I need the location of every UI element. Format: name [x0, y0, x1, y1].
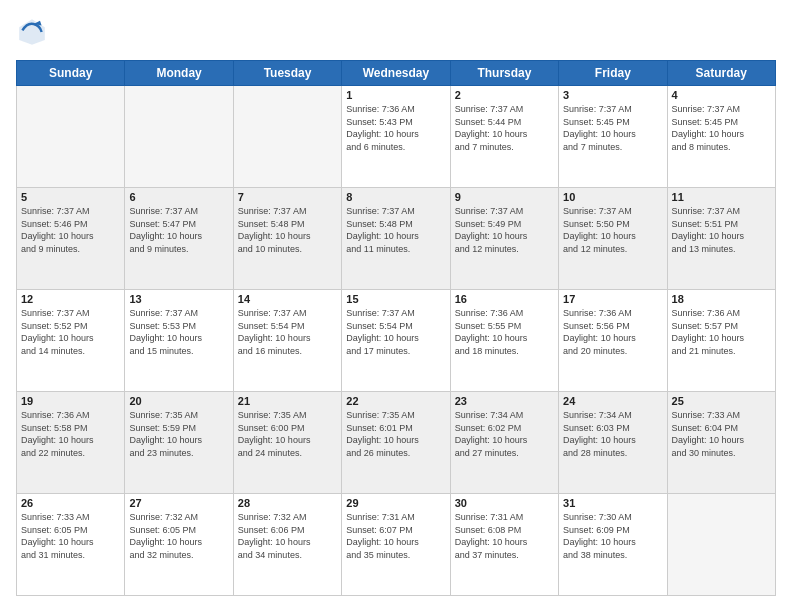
calendar-cell: 20Sunrise: 7:35 AM Sunset: 5:59 PM Dayli…	[125, 392, 233, 494]
day-number: 9	[455, 191, 554, 203]
day-number: 23	[455, 395, 554, 407]
calendar-cell: 28Sunrise: 7:32 AM Sunset: 6:06 PM Dayli…	[233, 494, 341, 596]
day-info: Sunrise: 7:35 AM Sunset: 6:01 PM Dayligh…	[346, 409, 445, 459]
day-info: Sunrise: 7:37 AM Sunset: 5:44 PM Dayligh…	[455, 103, 554, 153]
day-number: 13	[129, 293, 228, 305]
day-number: 8	[346, 191, 445, 203]
day-info: Sunrise: 7:37 AM Sunset: 5:54 PM Dayligh…	[346, 307, 445, 357]
day-number: 28	[238, 497, 337, 509]
day-info: Sunrise: 7:33 AM Sunset: 6:04 PM Dayligh…	[672, 409, 771, 459]
day-info: Sunrise: 7:33 AM Sunset: 6:05 PM Dayligh…	[21, 511, 120, 561]
day-number: 24	[563, 395, 662, 407]
day-info: Sunrise: 7:36 AM Sunset: 5:57 PM Dayligh…	[672, 307, 771, 357]
day-info: Sunrise: 7:34 AM Sunset: 6:03 PM Dayligh…	[563, 409, 662, 459]
day-number: 18	[672, 293, 771, 305]
calendar-cell: 6Sunrise: 7:37 AM Sunset: 5:47 PM Daylig…	[125, 188, 233, 290]
day-number: 15	[346, 293, 445, 305]
day-number: 5	[21, 191, 120, 203]
day-number: 16	[455, 293, 554, 305]
day-number: 1	[346, 89, 445, 101]
calendar-cell	[667, 494, 775, 596]
day-number: 20	[129, 395, 228, 407]
calendar-cell: 2Sunrise: 7:37 AM Sunset: 5:44 PM Daylig…	[450, 86, 558, 188]
calendar-cell: 10Sunrise: 7:37 AM Sunset: 5:50 PM Dayli…	[559, 188, 667, 290]
day-info: Sunrise: 7:37 AM Sunset: 5:54 PM Dayligh…	[238, 307, 337, 357]
day-info: Sunrise: 7:37 AM Sunset: 5:45 PM Dayligh…	[672, 103, 771, 153]
calendar-cell: 25Sunrise: 7:33 AM Sunset: 6:04 PM Dayli…	[667, 392, 775, 494]
calendar-cell: 27Sunrise: 7:32 AM Sunset: 6:05 PM Dayli…	[125, 494, 233, 596]
weekday-header-monday: Monday	[125, 61, 233, 86]
day-number: 22	[346, 395, 445, 407]
day-info: Sunrise: 7:35 AM Sunset: 6:00 PM Dayligh…	[238, 409, 337, 459]
calendar-cell: 5Sunrise: 7:37 AM Sunset: 5:46 PM Daylig…	[17, 188, 125, 290]
calendar-cell: 31Sunrise: 7:30 AM Sunset: 6:09 PM Dayli…	[559, 494, 667, 596]
day-info: Sunrise: 7:36 AM Sunset: 5:55 PM Dayligh…	[455, 307, 554, 357]
weekday-header-wednesday: Wednesday	[342, 61, 450, 86]
day-info: Sunrise: 7:36 AM Sunset: 5:56 PM Dayligh…	[563, 307, 662, 357]
day-info: Sunrise: 7:37 AM Sunset: 5:46 PM Dayligh…	[21, 205, 120, 255]
calendar-cell: 23Sunrise: 7:34 AM Sunset: 6:02 PM Dayli…	[450, 392, 558, 494]
calendar-cell: 12Sunrise: 7:37 AM Sunset: 5:52 PM Dayli…	[17, 290, 125, 392]
calendar-cell: 22Sunrise: 7:35 AM Sunset: 6:01 PM Dayli…	[342, 392, 450, 494]
logo-icon	[16, 16, 48, 48]
calendar-cell: 19Sunrise: 7:36 AM Sunset: 5:58 PM Dayli…	[17, 392, 125, 494]
day-info: Sunrise: 7:35 AM Sunset: 5:59 PM Dayligh…	[129, 409, 228, 459]
day-info: Sunrise: 7:37 AM Sunset: 5:47 PM Dayligh…	[129, 205, 228, 255]
calendar-cell: 3Sunrise: 7:37 AM Sunset: 5:45 PM Daylig…	[559, 86, 667, 188]
calendar-table: SundayMondayTuesdayWednesdayThursdayFrid…	[16, 60, 776, 596]
day-number: 6	[129, 191, 228, 203]
calendar-cell: 21Sunrise: 7:35 AM Sunset: 6:00 PM Dayli…	[233, 392, 341, 494]
day-number: 14	[238, 293, 337, 305]
logo	[16, 16, 52, 48]
calendar-page: SundayMondayTuesdayWednesdayThursdayFrid…	[0, 0, 792, 612]
calendar-cell: 24Sunrise: 7:34 AM Sunset: 6:03 PM Dayli…	[559, 392, 667, 494]
day-number: 4	[672, 89, 771, 101]
calendar-cell: 1Sunrise: 7:36 AM Sunset: 5:43 PM Daylig…	[342, 86, 450, 188]
day-number: 29	[346, 497, 445, 509]
day-info: Sunrise: 7:32 AM Sunset: 6:06 PM Dayligh…	[238, 511, 337, 561]
day-info: Sunrise: 7:32 AM Sunset: 6:05 PM Dayligh…	[129, 511, 228, 561]
day-info: Sunrise: 7:36 AM Sunset: 5:43 PM Dayligh…	[346, 103, 445, 153]
day-number: 2	[455, 89, 554, 101]
calendar-cell: 9Sunrise: 7:37 AM Sunset: 5:49 PM Daylig…	[450, 188, 558, 290]
header	[16, 16, 776, 48]
day-info: Sunrise: 7:37 AM Sunset: 5:49 PM Dayligh…	[455, 205, 554, 255]
calendar-cell: 8Sunrise: 7:37 AM Sunset: 5:48 PM Daylig…	[342, 188, 450, 290]
calendar-cell: 4Sunrise: 7:37 AM Sunset: 5:45 PM Daylig…	[667, 86, 775, 188]
calendar-cell	[125, 86, 233, 188]
week-row-0: 1Sunrise: 7:36 AM Sunset: 5:43 PM Daylig…	[17, 86, 776, 188]
day-number: 19	[21, 395, 120, 407]
day-number: 30	[455, 497, 554, 509]
calendar-cell	[17, 86, 125, 188]
calendar-cell: 26Sunrise: 7:33 AM Sunset: 6:05 PM Dayli…	[17, 494, 125, 596]
weekday-header-thursday: Thursday	[450, 61, 558, 86]
day-info: Sunrise: 7:37 AM Sunset: 5:53 PM Dayligh…	[129, 307, 228, 357]
calendar-cell	[233, 86, 341, 188]
weekday-header-friday: Friday	[559, 61, 667, 86]
day-number: 25	[672, 395, 771, 407]
day-number: 3	[563, 89, 662, 101]
day-info: Sunrise: 7:37 AM Sunset: 5:45 PM Dayligh…	[563, 103, 662, 153]
week-row-1: 5Sunrise: 7:37 AM Sunset: 5:46 PM Daylig…	[17, 188, 776, 290]
day-number: 21	[238, 395, 337, 407]
day-number: 17	[563, 293, 662, 305]
day-info: Sunrise: 7:34 AM Sunset: 6:02 PM Dayligh…	[455, 409, 554, 459]
day-info: Sunrise: 7:31 AM Sunset: 6:08 PM Dayligh…	[455, 511, 554, 561]
weekday-header-tuesday: Tuesday	[233, 61, 341, 86]
calendar-cell: 29Sunrise: 7:31 AM Sunset: 6:07 PM Dayli…	[342, 494, 450, 596]
day-number: 10	[563, 191, 662, 203]
day-info: Sunrise: 7:31 AM Sunset: 6:07 PM Dayligh…	[346, 511, 445, 561]
calendar-cell: 15Sunrise: 7:37 AM Sunset: 5:54 PM Dayli…	[342, 290, 450, 392]
day-info: Sunrise: 7:37 AM Sunset: 5:48 PM Dayligh…	[346, 205, 445, 255]
day-number: 27	[129, 497, 228, 509]
calendar-cell: 13Sunrise: 7:37 AM Sunset: 5:53 PM Dayli…	[125, 290, 233, 392]
weekday-header-saturday: Saturday	[667, 61, 775, 86]
calendar-cell: 18Sunrise: 7:36 AM Sunset: 5:57 PM Dayli…	[667, 290, 775, 392]
day-number: 11	[672, 191, 771, 203]
day-info: Sunrise: 7:30 AM Sunset: 6:09 PM Dayligh…	[563, 511, 662, 561]
calendar-cell: 16Sunrise: 7:36 AM Sunset: 5:55 PM Dayli…	[450, 290, 558, 392]
calendar-cell: 30Sunrise: 7:31 AM Sunset: 6:08 PM Dayli…	[450, 494, 558, 596]
day-info: Sunrise: 7:37 AM Sunset: 5:50 PM Dayligh…	[563, 205, 662, 255]
day-info: Sunrise: 7:37 AM Sunset: 5:48 PM Dayligh…	[238, 205, 337, 255]
day-number: 26	[21, 497, 120, 509]
